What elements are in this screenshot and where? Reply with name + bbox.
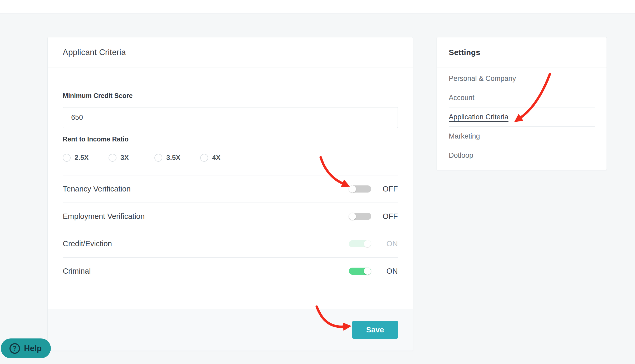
toggle-row-credit-eviction: Credit/Eviction ON	[63, 230, 398, 257]
settings-item-dotloop[interactable]: Dotloop	[449, 146, 595, 165]
settings-card-header: Settings	[437, 37, 607, 67]
toggle-row-label: Tenancy Verification	[63, 185, 131, 193]
verification-toggle-list: Tenancy Verification OFF Employment Veri…	[63, 175, 398, 285]
radio-button-icon[interactable]	[63, 154, 71, 162]
applicant-card-body: Minimum Credit Score Rent to Income Rati…	[48, 92, 413, 285]
top-bar	[0, 0, 635, 13]
radio-label: 3X	[120, 154, 129, 162]
save-button[interactable]: Save	[352, 321, 398, 339]
minimum-credit-score-label: Minimum Credit Score	[63, 92, 398, 100]
minimum-credit-score-input[interactable]	[63, 107, 398, 128]
rent-ratio-radio-group: 2.5X 3X 3.5X 4X	[63, 154, 398, 162]
toggle-state-label: ON	[378, 239, 398, 248]
applicant-card-footer: Save	[48, 309, 413, 351]
toggle-knob	[349, 185, 356, 193]
radio-label: 3.5X	[166, 154, 180, 162]
radio-option-3x[interactable]: 3X	[109, 154, 154, 162]
settings-item-marketing[interactable]: Marketing	[449, 127, 595, 146]
toggle-row-label: Criminal	[63, 267, 91, 276]
rent-to-income-ratio-label: Rent to Income Ratio	[63, 135, 398, 143]
radio-button-icon[interactable]	[154, 154, 162, 162]
radio-option-3-5x[interactable]: 3.5X	[154, 154, 200, 162]
toggle-knob	[364, 240, 371, 247]
help-button[interactable]: ? Help	[1, 338, 51, 358]
criminal-toggle[interactable]	[349, 268, 371, 275]
settings-item-account[interactable]: Account	[449, 88, 595, 107]
applicant-card-title: Applicant Criteria	[63, 48, 126, 57]
toggle-row-label: Credit/Eviction	[63, 239, 112, 248]
radio-option-2-5x[interactable]: 2.5X	[63, 154, 109, 162]
toggle-row-criminal: Criminal ON	[63, 257, 398, 285]
tenancy-verification-toggle[interactable]	[349, 185, 371, 193]
radio-label: 2.5X	[75, 154, 89, 162]
toggle-row-tenancy-verification: Tenancy Verification OFF	[63, 175, 398, 203]
settings-item-application-criteria[interactable]: Application Criteria	[449, 107, 595, 127]
settings-card: Settings Personal & Company Account Appl…	[437, 37, 607, 170]
settings-item-personal-company[interactable]: Personal & Company	[449, 69, 595, 88]
help-button-label: Help	[24, 344, 42, 353]
radio-button-icon[interactable]	[109, 154, 116, 162]
settings-card-title: Settings	[449, 48, 480, 57]
applicant-criteria-card: Applicant Criteria Minimum Credit Score …	[47, 37, 413, 351]
employment-verification-toggle[interactable]	[349, 213, 371, 220]
radio-button-icon[interactable]	[200, 154, 208, 162]
toggle-row-label: Employment Verification	[63, 212, 145, 221]
toggle-state-label: OFF	[378, 185, 398, 193]
toggle-row-employment-verification: Employment Verification OFF	[63, 203, 398, 230]
applicant-card-header: Applicant Criteria	[48, 37, 413, 67]
radio-option-4x[interactable]: 4X	[200, 154, 246, 162]
question-mark-icon: ?	[9, 343, 20, 354]
toggle-knob	[364, 268, 371, 275]
credit-eviction-toggle	[349, 240, 371, 247]
toggle-state-label: OFF	[378, 212, 398, 221]
toggle-knob	[349, 213, 356, 220]
radio-label: 4X	[212, 154, 221, 162]
settings-nav: Personal & Company Account Application C…	[437, 67, 607, 165]
toggle-state-label: ON	[378, 267, 398, 276]
